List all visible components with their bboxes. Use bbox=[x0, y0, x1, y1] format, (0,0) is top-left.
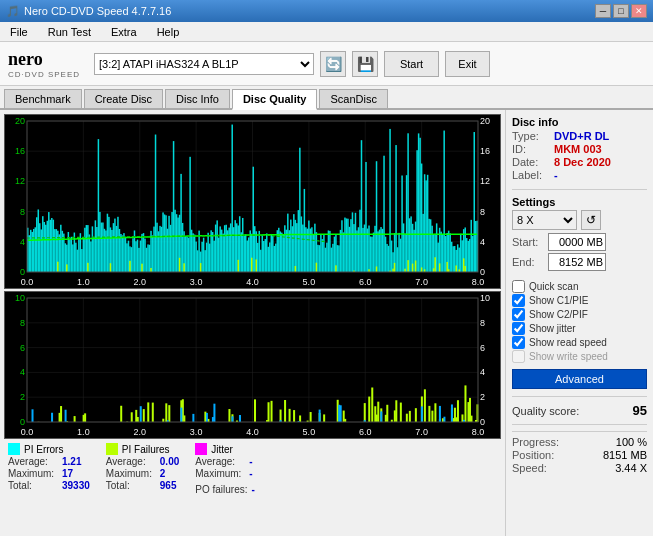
show-c1-row: Show C1/PIE bbox=[512, 294, 647, 307]
end-mb-row: End: bbox=[512, 253, 647, 271]
end-label: End: bbox=[512, 256, 544, 268]
pi-errors-total-label: Total: bbox=[8, 480, 58, 491]
show-write-speed-label: Show write speed bbox=[529, 351, 608, 362]
refresh-drive-button[interactable]: 🔄 bbox=[320, 51, 346, 77]
disc-id-value: MKM 003 bbox=[554, 143, 602, 155]
disc-date-value: 8 Dec 2020 bbox=[554, 156, 611, 168]
menu-file[interactable]: File bbox=[4, 24, 34, 40]
bottom-chart bbox=[4, 291, 501, 439]
menu-extra[interactable]: Extra bbox=[105, 24, 143, 40]
legend-pi-errors: PI Errors Average: 1.21 Maximum: 17 Tota… bbox=[8, 443, 90, 495]
app-header: nero CD·DVD SPEED [3:2] ATAPI iHAS324 A … bbox=[0, 42, 653, 86]
settings-section: Settings 8 X 4 X 6 X 12 X Max ↺ Start: E… bbox=[512, 196, 647, 273]
show-c1-checkbox[interactable] bbox=[512, 294, 525, 307]
app-title: Nero CD-DVD Speed 4.7.7.16 bbox=[24, 5, 171, 17]
quick-scan-label: Quick scan bbox=[529, 281, 578, 292]
tab-disc-quality[interactable]: Disc Quality bbox=[232, 89, 318, 110]
tab-bar: Benchmark Create Disc Disc Info Disc Qua… bbox=[0, 86, 653, 110]
speed-select[interactable]: 8 X 4 X 6 X 12 X Max bbox=[512, 210, 577, 230]
drive-select[interactable]: [3:2] ATAPI iHAS324 A BL1P bbox=[94, 53, 314, 75]
disc-type-row: Type: DVD+R DL bbox=[512, 130, 647, 142]
tab-scan-disc[interactable]: ScanDisc bbox=[319, 89, 387, 108]
bottom-chart-canvas bbox=[5, 292, 500, 438]
menu-help[interactable]: Help bbox=[151, 24, 186, 40]
start-button[interactable]: Start bbox=[384, 51, 439, 77]
legend-jitter: Jitter Average: - Maximum: - PO failures… bbox=[195, 443, 255, 495]
title-bar-left: 🎵 Nero CD-DVD Speed 4.7.7.16 bbox=[6, 5, 171, 18]
speed-value: 3.44 X bbox=[615, 462, 647, 474]
pi-errors-max-label: Maximum: bbox=[8, 468, 58, 479]
show-read-speed-checkbox[interactable] bbox=[512, 336, 525, 349]
progress-row: Progress: 100 % bbox=[512, 436, 647, 448]
logo-area: nero CD·DVD SPEED bbox=[8, 49, 80, 79]
pi-errors-max-value: 17 bbox=[62, 468, 73, 479]
disc-label-value: - bbox=[554, 169, 558, 181]
show-read-speed-label: Show read speed bbox=[529, 337, 607, 348]
start-mb-row: Start: bbox=[512, 233, 647, 251]
position-row: Position: 8151 MB bbox=[512, 449, 647, 461]
disc-type-value: DVD+R DL bbox=[554, 130, 609, 142]
charts-area: PI Errors Average: 1.21 Maximum: 17 Tota… bbox=[0, 110, 505, 536]
legend-area: PI Errors Average: 1.21 Maximum: 17 Tota… bbox=[4, 439, 501, 499]
pi-failures-total-label: Total: bbox=[106, 480, 156, 491]
quick-scan-row: Quick scan bbox=[512, 280, 647, 293]
tab-create-disc[interactable]: Create Disc bbox=[84, 89, 163, 108]
minimize-button[interactable]: ─ bbox=[595, 4, 611, 18]
end-input[interactable] bbox=[548, 253, 606, 271]
pi-errors-title: PI Errors bbox=[24, 444, 63, 455]
jitter-avg-label: Average: bbox=[195, 456, 245, 467]
show-write-speed-checkbox bbox=[512, 350, 525, 363]
jitter-max-value: - bbox=[249, 468, 252, 479]
maximize-button[interactable]: □ bbox=[613, 4, 629, 18]
checkboxes-section: Quick scan Show C1/PIE Show C2/PIF Show … bbox=[512, 280, 647, 364]
pi-failures-total-value: 965 bbox=[160, 480, 177, 491]
show-c2-checkbox[interactable] bbox=[512, 308, 525, 321]
pi-failures-avg-value: 0.00 bbox=[160, 456, 179, 467]
close-button[interactable]: ✕ bbox=[631, 4, 647, 18]
settings-refresh-button[interactable]: ↺ bbox=[581, 210, 601, 230]
app-icon: 🎵 bbox=[6, 5, 20, 18]
disc-date-row: Date: 8 Dec 2020 bbox=[512, 156, 647, 168]
top-chart bbox=[4, 114, 501, 289]
po-failures-value: - bbox=[252, 484, 255, 495]
disc-label-row: Label: - bbox=[512, 169, 647, 181]
logo-subtitle: CD·DVD SPEED bbox=[8, 70, 80, 79]
show-write-speed-row: Show write speed bbox=[512, 350, 647, 363]
start-input[interactable] bbox=[548, 233, 606, 251]
progress-value: 100 % bbox=[616, 436, 647, 448]
tab-disc-info[interactable]: Disc Info bbox=[165, 89, 230, 108]
pi-errors-avg-label: Average: bbox=[8, 456, 58, 467]
quick-scan-checkbox[interactable] bbox=[512, 280, 525, 293]
jitter-max-label: Maximum: bbox=[195, 468, 245, 479]
pi-errors-total-value: 39330 bbox=[62, 480, 90, 491]
show-c1-label: Show C1/PIE bbox=[529, 295, 588, 306]
quality-score-label: Quality score: bbox=[512, 405, 579, 417]
start-label: Start: bbox=[512, 236, 544, 248]
jitter-avg-value: - bbox=[249, 456, 252, 467]
top-chart-canvas bbox=[5, 115, 500, 288]
show-jitter-label: Show jitter bbox=[529, 323, 576, 334]
main-content: PI Errors Average: 1.21 Maximum: 17 Tota… bbox=[0, 110, 653, 536]
exit-button[interactable]: Exit bbox=[445, 51, 490, 77]
show-c2-label: Show C2/PIF bbox=[529, 309, 588, 320]
show-jitter-checkbox[interactable] bbox=[512, 322, 525, 335]
pi-errors-color bbox=[8, 443, 20, 455]
menu-run-test[interactable]: Run Test bbox=[42, 24, 97, 40]
advanced-button[interactable]: Advanced bbox=[512, 369, 647, 389]
pi-errors-avg-value: 1.21 bbox=[62, 456, 81, 467]
disc-type-label: Type: bbox=[512, 130, 550, 142]
pi-failures-avg-label: Average: bbox=[106, 456, 156, 467]
disc-info-section: Disc info Type: DVD+R DL ID: MKM 003 Dat… bbox=[512, 116, 647, 182]
progress-section: Progress: 100 % Position: 8151 MB Speed:… bbox=[512, 431, 647, 475]
disc-date-label: Date: bbox=[512, 156, 550, 168]
position-value: 8151 MB bbox=[603, 449, 647, 461]
save-button[interactable]: 💾 bbox=[352, 51, 378, 77]
speed-row: Speed: 3.44 X bbox=[512, 462, 647, 474]
show-read-speed-row: Show read speed bbox=[512, 336, 647, 349]
quality-score-row: Quality score: 95 bbox=[512, 403, 647, 418]
tab-benchmark[interactable]: Benchmark bbox=[4, 89, 82, 108]
menu-bar: File Run Test Extra Help bbox=[0, 22, 653, 42]
title-bar-controls[interactable]: ─ □ ✕ bbox=[595, 4, 647, 18]
settings-title: Settings bbox=[512, 196, 647, 208]
position-label: Position: bbox=[512, 449, 554, 461]
